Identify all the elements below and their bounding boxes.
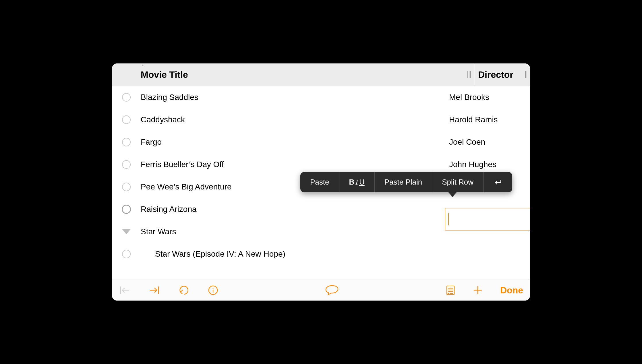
menu-split-row[interactable]: Split Row [432, 172, 484, 192]
menu-return[interactable] [484, 172, 512, 192]
context-menu-popover: Paste BIU Paste Plain Split Row [300, 172, 512, 192]
bullet-icon [122, 115, 131, 124]
underline-icon: U [359, 178, 365, 187]
menu-text-style[interactable]: BIU [339, 172, 375, 192]
outline-row[interactable]: Fargo Joel Coen [112, 131, 530, 153]
outline-row[interactable]: Raising Arizona [112, 198, 530, 220]
row-handle[interactable] [112, 138, 141, 146]
row-title-cell[interactable]: Star Wars (Episode IV: A New Hope) [141, 249, 445, 259]
indent-button[interactable] [148, 285, 160, 295]
row-director-cell[interactable]: John Hughes [445, 160, 530, 169]
undo-button[interactable] [177, 285, 191, 295]
bullet-icon [122, 93, 131, 102]
column-header-director[interactable]: Director [474, 63, 530, 86]
outdent-button[interactable] [119, 285, 131, 295]
row-title-cell[interactable]: Raising Arizona [141, 205, 445, 214]
note-icon [446, 285, 455, 296]
row-director-cell[interactable]: Joel Coen [445, 138, 530, 147]
row-director-cell[interactable]: Mel Brooks [445, 93, 530, 102]
outdent-icon [119, 285, 131, 295]
row-title-cell[interactable]: Fargo [141, 138, 445, 147]
row-handle[interactable] [112, 93, 141, 102]
column-header-bar: ˄ Movie Title Director [112, 63, 530, 86]
text-caret [448, 213, 449, 225]
row-title-cell[interactable]: Blazing Saddles [141, 93, 445, 102]
bullet-icon [122, 160, 131, 169]
menu-paste-plain[interactable]: Paste Plain [375, 172, 432, 192]
menu-paste[interactable]: Paste [300, 172, 339, 192]
row-title-cell[interactable]: Ferris Bueller’s Day Off [141, 160, 445, 169]
column-header-title-label: Movie Title [141, 69, 188, 80]
note-button[interactable] [446, 285, 455, 296]
outline-row[interactable]: Blazing Saddles Mel Brooks [112, 86, 530, 109]
italic-icon: I [355, 178, 358, 187]
comment-icon [324, 284, 339, 296]
svg-point-3 [212, 288, 213, 289]
column-resize-handle[interactable] [467, 71, 471, 78]
info-button[interactable] [208, 285, 218, 295]
row-handle[interactable] [112, 160, 141, 169]
bullet-icon [122, 250, 131, 258]
outline-row[interactable]: Star Wars (Episode IV: A New Hope) [112, 243, 530, 265]
bottom-toolbar: Done [112, 280, 530, 301]
outline-row[interactable]: Caddyshack Harold Ramis [112, 109, 530, 131]
app-window: ˄ Movie Title Director Blazing Saddles M… [112, 63, 530, 301]
add-row-button[interactable] [473, 285, 483, 295]
undo-icon [177, 285, 191, 295]
plus-icon [473, 285, 483, 295]
comment-button[interactable] [324, 284, 339, 296]
editing-cell[interactable] [445, 208, 530, 231]
return-icon [493, 179, 502, 186]
bullet-icon [122, 138, 131, 146]
row-handle[interactable] [112, 229, 141, 234]
disclosure-triangle-icon[interactable] [122, 229, 131, 234]
sort-indicator-icon: ˄ [142, 65, 144, 69]
done-button[interactable]: Done [500, 285, 523, 296]
row-handle[interactable] [112, 115, 141, 124]
info-icon [208, 285, 218, 295]
row-director-cell[interactable]: Harold Ramis [445, 115, 530, 124]
bullet-icon [122, 205, 131, 214]
row-handle[interactable] [112, 183, 141, 191]
row-handle[interactable] [112, 250, 141, 258]
bold-icon: B [349, 178, 355, 187]
column-header-director-label: Director [478, 69, 513, 80]
indent-icon [148, 285, 160, 295]
bullet-icon [122, 183, 131, 191]
column-resize-handle[interactable] [524, 71, 527, 78]
column-header-title[interactable]: ˄ Movie Title [112, 63, 474, 86]
row-title-cell[interactable]: Star Wars [141, 227, 445, 236]
row-handle[interactable] [112, 205, 141, 214]
row-title-cell[interactable]: Caddyshack [141, 115, 445, 124]
